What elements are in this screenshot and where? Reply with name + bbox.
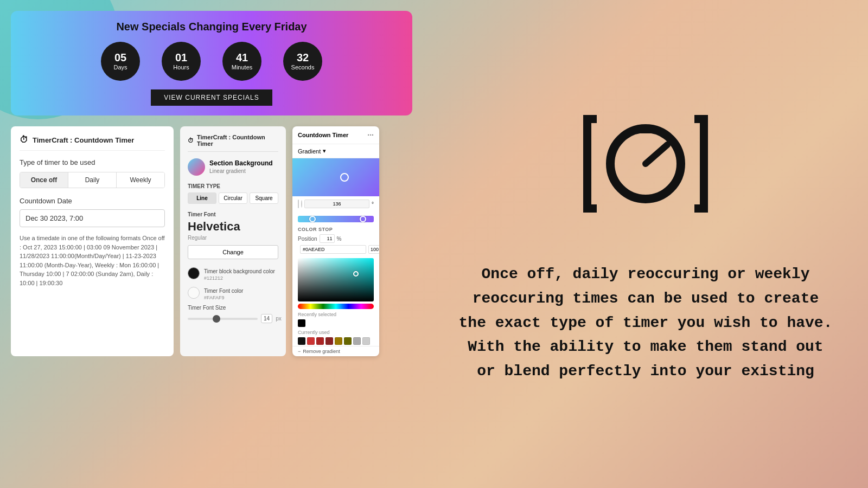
position-input[interactable] — [320, 234, 335, 243]
gradient-left-handle[interactable] — [309, 216, 316, 222]
current-swatch-4[interactable] — [326, 337, 333, 345]
hours-circle-item: 01 Hours — [162, 42, 201, 81]
section-bg-title: Section Background — [209, 159, 273, 167]
timercraft-icon: ⏱ — [20, 135, 28, 145]
section-bg-row: Section Background Linear gradient — [188, 158, 278, 176]
gradient-dropdown[interactable]: Gradient ▾ — [292, 144, 379, 158]
stop-angle-input[interactable] — [304, 200, 369, 208]
days-label: Days — [113, 64, 127, 71]
timer-type-buttons: Once off Daily Weekly — [20, 172, 165, 188]
hours-circle: 01 Hours — [162, 42, 201, 81]
opacity-input[interactable] — [368, 245, 379, 254]
svg-line-7 — [646, 145, 667, 164]
block-bg-label: Timer block background color — [204, 268, 275, 274]
recently-selected-label: Recently selected — [292, 310, 379, 318]
chevron-down-icon: ▾ — [323, 147, 326, 155]
font-color-label: Timer Font color — [204, 288, 243, 294]
days-circle-item: 05 Days — [101, 42, 140, 81]
countdown-banner: New Specials Changing Every Friday 05 Da… — [11, 11, 412, 115]
current-swatches — [292, 336, 379, 346]
color-panel-title: Countdown Timer — [298, 132, 348, 138]
section-bg-sub: Linear gradient — [209, 168, 246, 174]
panel-font-settings: ⏱ TimerCraft : Countdown Timer Section B… — [180, 126, 286, 356]
change-font-button[interactable]: Change — [188, 245, 278, 259]
minutes-circle-item: 41 Minutes — [222, 42, 261, 81]
font-size-slider[interactable] — [188, 318, 258, 320]
left-column: New Specials Changing Every Friday 05 Da… — [0, 0, 423, 488]
current-swatch-6[interactable] — [344, 337, 352, 345]
gradient-handle[interactable] — [340, 173, 349, 182]
color-spectrum[interactable] — [298, 258, 374, 301]
color-panel-header: Countdown Timer ··· — [292, 126, 379, 144]
timer-type-subheading: Timer type — [188, 183, 278, 189]
font-color-row: Timer Font color #FAFAF9 — [188, 285, 278, 300]
hex-row: % — [292, 244, 379, 255]
section-bg-gradient — [188, 158, 205, 176]
type-btn-square[interactable]: Square — [250, 192, 278, 204]
type-btn-once-off[interactable]: Once off — [20, 172, 68, 188]
type-btn-weekly[interactable]: Weekly — [117, 172, 164, 188]
panels-row: ⏱ TimerCraft : Countdown Timer Type of t… — [11, 126, 412, 356]
hue-bar[interactable] — [298, 304, 374, 309]
minus-icon: − — [298, 349, 301, 354]
banner-title: New Specials Changing Every Friday — [27, 21, 396, 33]
days-value: 05 — [114, 51, 126, 64]
remove-gradient-btn[interactable]: − Remove gradient — [292, 346, 379, 356]
dots-menu-icon[interactable]: ··· — [367, 131, 374, 139]
current-swatch-5[interactable] — [335, 337, 342, 345]
currently-used-label: Currently used — [292, 328, 379, 336]
stop-row-1: ° — [298, 200, 374, 208]
svg-rect-2 — [583, 204, 597, 213]
hours-value: 01 — [175, 51, 187, 64]
font-size-label: Timer Font Size — [188, 305, 278, 311]
help-text: Use a timedate in one of the following f… — [20, 234, 165, 287]
minutes-label: Minutes — [232, 64, 253, 71]
font-label: Timer Font — [188, 211, 278, 217]
font-color-swatch — [188, 287, 200, 299]
font-size-value: 14 — [261, 314, 272, 323]
hex-input[interactable] — [300, 245, 366, 254]
color-picker-panel: Countdown Timer ··· Gradient ▾ ° — [292, 126, 379, 356]
current-swatch-3[interactable] — [316, 337, 324, 345]
font-size-row: 14 px — [188, 314, 278, 323]
panel-timer-settings: ⏱ TimerCraft : Countdown Timer Type of t… — [11, 126, 174, 356]
timercraft-icon-2: ⏱ — [188, 137, 194, 144]
block-bg-hex: #121212 — [204, 275, 275, 281]
section-bg-text: Section Background Linear gradient — [209, 159, 273, 175]
svg-rect-5 — [694, 204, 708, 213]
timer-type-row: Line Circular Square — [188, 192, 278, 204]
big-description: Once off, daily reoccuring or weekly reo… — [456, 262, 835, 384]
seconds-label: Seconds — [291, 64, 315, 71]
minutes-value: 41 — [236, 51, 248, 64]
days-circle: 05 Days — [101, 42, 140, 81]
type-btn-daily[interactable]: Daily — [68, 172, 117, 188]
current-swatch-8[interactable] — [362, 337, 370, 345]
position-label: Position — [298, 236, 317, 242]
svg-rect-4 — [700, 115, 708, 213]
color-stops-section: ° — [292, 196, 379, 214]
seconds-value: 32 — [297, 51, 309, 64]
date-input[interactable] — [20, 209, 165, 227]
spectrum-handle[interactable] — [353, 271, 359, 277]
countdown-circles: 05 Days 01 Hours 41 Minutes 32 Sec — [27, 42, 396, 81]
block-bg-color-row: Timer block background color #121212 — [188, 266, 278, 281]
panel2-header: ⏱ TimerCraft : Countdown Timer — [188, 134, 278, 152]
gradient-right-handle[interactable] — [360, 216, 366, 222]
view-specials-button[interactable]: VIEW CURRENT SPECIALS — [151, 89, 272, 106]
date-label: Countdown Date — [20, 197, 165, 205]
svg-rect-8 — [639, 126, 652, 133]
block-bg-info: Timer block background color #121212 — [204, 266, 275, 281]
stop-circle-1 — [301, 200, 302, 208]
font-color-info: Timer Font color #FAFAF9 — [204, 285, 243, 300]
hours-label: Hours — [173, 64, 189, 71]
current-swatch-2[interactable] — [307, 337, 315, 345]
type-btn-line[interactable]: Line — [188, 192, 216, 204]
current-swatch-7[interactable] — [353, 337, 361, 345]
recent-swatch-1[interactable] — [298, 319, 305, 327]
remove-gradient-label: Remove gradient — [303, 349, 340, 354]
current-swatch-1[interactable] — [298, 337, 305, 345]
font-color-hex: #FAFAF9 — [204, 295, 243, 300]
gradient-preview — [292, 158, 379, 196]
type-btn-circular[interactable]: Circular — [219, 192, 247, 204]
svg-rect-1 — [583, 115, 591, 213]
